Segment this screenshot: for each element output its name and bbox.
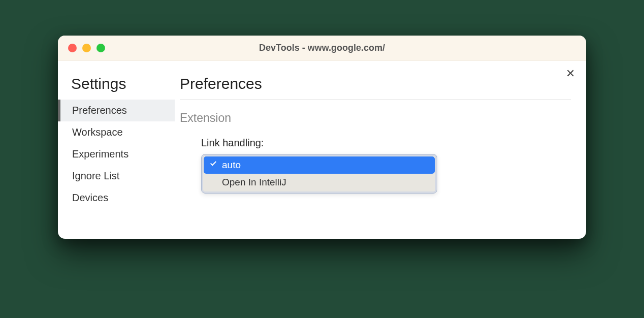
sidebar-item-label: Ignore List <box>72 170 119 181</box>
dropdown-option-label: Open In IntelliJ <box>222 177 286 188</box>
window-minimize-button[interactable] <box>82 44 91 52</box>
sidebar-title: Settings <box>58 75 175 100</box>
sidebar-item-label: Preferences <box>72 105 127 116</box>
section-title-extension: Extension <box>180 111 571 125</box>
sidebar-item-experiments[interactable]: Experiments <box>58 143 175 165</box>
dropdown-option-label: auto <box>222 160 241 171</box>
sidebar-item-label: Devices <box>72 192 108 203</box>
devtools-window: DevTools - www.google.com/ ✕ Settings Pr… <box>58 36 586 239</box>
sidebar-item-devices[interactable]: Devices <box>58 187 175 209</box>
sidebar-item-ignore-list[interactable]: Ignore List <box>58 165 175 187</box>
settings-sidebar: Settings Preferences Workspace Experimen… <box>58 61 175 239</box>
sidebar-item-label: Experiments <box>72 148 128 160</box>
window-titlebar: DevTools - www.google.com/ <box>58 36 586 61</box>
window-title: DevTools - www.google.com/ <box>58 43 586 53</box>
sidebar-item-preferences[interactable]: Preferences <box>58 100 175 121</box>
close-icon[interactable]: ✕ <box>566 68 575 79</box>
window-maximize-button[interactable] <box>96 44 105 52</box>
traffic-lights <box>68 44 105 52</box>
sidebar-item-workspace[interactable]: Workspace <box>58 121 175 143</box>
window-close-button[interactable] <box>68 44 77 52</box>
window-content: ✕ Settings Preferences Workspace Experim… <box>58 61 586 239</box>
sidebar-item-label: Workspace <box>72 126 123 138</box>
dropdown-option-auto[interactable]: auto <box>204 156 435 174</box>
check-icon <box>211 160 222 171</box>
page-title: Preferences <box>180 75 571 100</box>
settings-main: Preferences Extension Link handling: aut… <box>175 61 586 239</box>
dropdown-option-open-in-intellij[interactable]: Open In IntelliJ <box>204 174 435 191</box>
setting-label: Link handling: <box>201 137 571 149</box>
setting-link-handling: Link handling: auto Open In IntelliJ <box>180 137 571 194</box>
link-handling-dropdown[interactable]: auto Open In IntelliJ <box>201 154 437 194</box>
